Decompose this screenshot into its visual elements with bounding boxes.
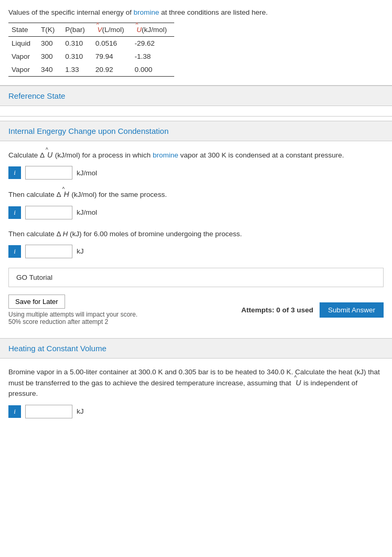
problem3-text: Then calculate Δ H (kJ) for 6.00 moles o… [8,229,384,239]
cell-state: Vapor [8,50,38,63]
col-T: T(K) [38,23,62,37]
condensation-section: Calculate Δ^ U (kJ/mol) for a process in… [0,141,392,334]
answer-input-2[interactable] [25,206,72,219]
cell-state: Vapor [8,63,38,77]
answer-input-3[interactable] [25,245,72,258]
cell-U: -29.62 [132,37,175,50]
answer-input-4[interactable] [25,405,72,418]
info-button-3[interactable]: i [8,245,21,258]
cell-T: 340 [38,63,62,77]
attempts-text: Attempts: 0 of 3 used [241,306,313,314]
heating-section: Bromine vapor in a 5.00-liter container … [0,359,392,436]
info-button-1[interactable]: i [8,166,21,179]
cell-T: 300 [38,37,62,50]
cell-T: 300 [38,50,62,63]
problem3-input-row: i kJ [8,245,384,258]
intro-text-after: at three conditions are listed here. [159,8,268,16]
cell-U: -1.38 [132,50,175,63]
answer-input-1[interactable] [25,166,72,180]
condensation-title: Internal Engergy Change upon Condenstati… [8,127,168,135]
col-state: State [8,23,38,37]
table-row: Vapor 300 0.310 79.94 -1.38 [8,50,174,63]
unit-label-3: kJ [77,247,84,255]
info-button-4[interactable]: i [8,405,21,418]
unit-label-2: kJ/mol [77,208,97,216]
problem2-text: Then calculate Δ^ H (kJ/mol) for the sam… [8,189,384,200]
col-P: P(bar) [62,23,92,37]
cell-P: 1.33 [62,63,92,77]
left-bar: Save for Later Using multiple attempts w… [8,295,137,325]
cell-P: 0.310 [62,37,92,50]
intro-text-before: Values of the specific internal energy o… [8,8,133,16]
cell-state: Liquid [8,37,38,50]
heating-input-row: i kJ [8,405,384,418]
bottom-bar: Save for Later Using multiple attempts w… [8,295,384,325]
cell-V: 20.92 [92,63,132,77]
table-row: Vapor 340 1.33 20.92 0.000 [8,63,174,77]
cell-V: 79.94 [92,50,132,63]
tutorial-box: GO Tutorial [8,268,384,287]
submit-answer-button[interactable]: Submit Answer [320,302,384,318]
reference-state-content [0,106,392,117]
cell-U: 0.000 [132,63,175,77]
reference-state-header: Reference State [0,86,392,106]
info-button-2[interactable]: i [8,206,21,219]
intro-section: Values of the specific internal energy o… [0,0,392,86]
cell-P: 0.310 [62,50,92,63]
problem1-input-row: i kJ/mol [8,166,384,180]
bromine-highlight: bromine [133,8,159,16]
save-for-later-button[interactable]: Save for Later [8,295,65,309]
problem2-input-row: i kJ/mol [8,206,384,219]
reference-state-title: Reference State [8,91,65,100]
cell-V: 0.0516 [92,37,132,50]
col-V: ^ V(L/mol) [92,23,132,37]
condensation-header: Internal Engergy Change upon Condenstati… [0,121,392,141]
heating-title: Heating at Constant Volume [8,344,107,353]
unit-label-4: kJ [77,407,84,415]
col-U: ^ U(kJ/mol) [132,23,175,37]
tutorial-submit-area: GO Tutorial Save for Later Using multipl… [8,268,384,325]
score-note-1: Using multiple attempts will impact your… [8,311,137,325]
heating-problem-text: Bromine vapor in a 5.00-liter container … [8,367,384,400]
table-row: Liquid 300 0.310 0.0516 -29.62 [8,37,174,50]
problem1-text: Calculate Δ^ U (kJ/mol) for a process in… [8,150,384,161]
tutorial-label: GO Tutorial [16,274,52,281]
right-bar: Attempts: 0 of 3 used Submit Answer [241,302,384,318]
intro-text: Values of the specific internal energy o… [8,8,384,16]
unit-label-1: kJ/mol [77,169,97,177]
data-table: State T(K) P(bar) ^ V(L/mol) ^ U(kJ/mol)… [8,23,174,77]
heating-header: Heating at Constant Volume [0,338,392,359]
